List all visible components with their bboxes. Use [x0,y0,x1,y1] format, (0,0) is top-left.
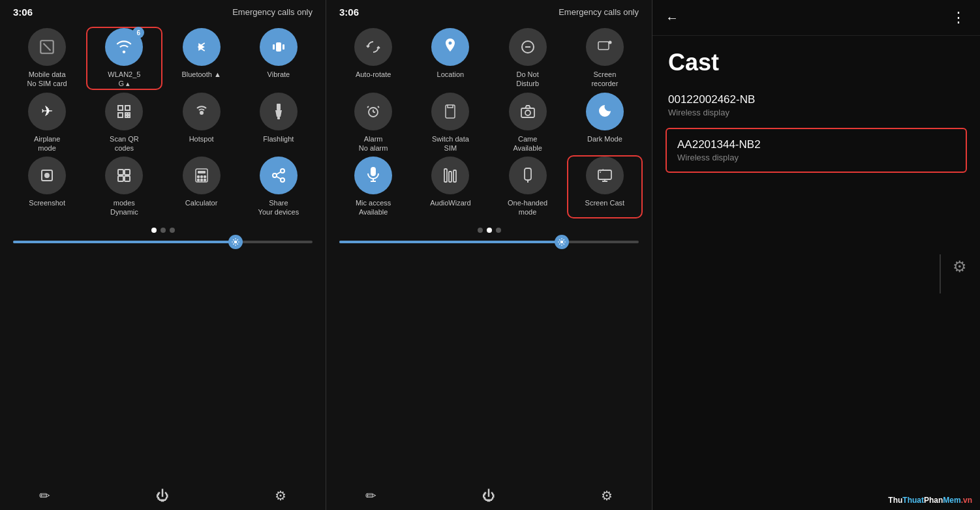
share-icon [260,157,298,194]
quick-item-audiowizard[interactable]: AudioWizard [414,157,487,217]
dot-2-3 [496,228,501,233]
quick-item-onehanded[interactable]: One-handed mode [491,157,564,217]
cast-device-type-2: Wireless display [677,153,955,162]
calculator-label: Calculator [185,198,218,207]
quick-item-screenrecorder[interactable]: Screen recorder [568,28,641,89]
mic-icon [354,157,392,194]
quick-item-flashlight[interactable]: Flashlight [242,93,315,153]
brightness-track-2[interactable] [339,241,639,243]
panel-1: 3:06 Emergency calls only Mobile data No… [0,0,326,510]
screenrecorder-label: Screen recorder [591,70,618,89]
svg-point-26 [204,176,206,178]
quick-item-location[interactable]: Location [414,28,487,89]
brightness-bar-2[interactable] [326,237,652,247]
cast-device-name-1: 00122002462-NB [668,93,964,106]
watermark-phan: Phan [924,496,943,505]
watermark: ThuThuatPhanMem.vn [888,496,972,505]
svg-rect-7 [118,113,123,117]
dot-2-1 [478,228,483,233]
flashlight-label: Flashlight [263,134,294,143]
quick-item-darkmode[interactable]: Dark Mode [568,93,641,153]
cast-settings-icon[interactable]: ⚙ [953,258,967,276]
quick-item-autorotate[interactable]: Auto-rotate [337,28,410,89]
status-bar-1: 3:06 Emergency calls only [0,0,326,22]
screenrecorder-icon [586,28,624,66]
airplane-label: Airplane mode [34,134,60,153]
wifi-icon: 6 [105,28,143,66]
more-button[interactable]: ⋮ [951,9,967,26]
page-dots-1 [0,224,326,237]
svg-rect-19 [125,170,130,175]
svg-point-55 [560,240,564,243]
edit-icon-2[interactable]: ✏ [365,488,376,503]
quick-item-mic[interactable]: Mic access Available [337,157,410,217]
quick-item-screenshot[interactable]: Screenshot [10,157,84,217]
svg-rect-43 [446,105,455,118]
emergency-text-2: Emergency calls only [559,7,639,17]
quick-item-vibrate[interactable]: Vibrate [242,28,315,89]
bottom-bar-2: ✏ ⏻ ⚙ [326,481,652,510]
dnd-label: Do Not Disturb [516,70,539,89]
page-dots-2 [326,224,652,237]
svg-rect-11 [128,115,130,117]
cast-device-1[interactable]: 00122002462-NB Wireless display [652,83,980,128]
quick-item-dnd[interactable]: Do Not Disturb [491,28,564,89]
svg-point-35 [234,240,237,243]
svg-point-39 [608,41,611,44]
quick-item-mobile-data[interactable]: Mobile data No SIM card [10,28,84,89]
quick-item-bluetooth[interactable]: Bluetooth ▲ [165,28,238,89]
camera-icon [509,93,547,130]
svg-point-45 [525,110,530,115]
power-icon-1[interactable]: ⏻ [156,488,169,503]
quick-item-switchsim[interactable]: Switch data SIM [414,93,487,153]
quick-grid-2: Auto-rotate Location Do Not Disturb Scre… [326,22,652,224]
svg-rect-21 [125,176,130,181]
svg-rect-10 [125,115,127,117]
quick-item-screencast[interactable]: Screen Cast [568,157,641,217]
svg-marker-14 [275,110,282,117]
dynamic-label: modes Dynamic [110,198,138,217]
quick-item-airplane[interactable]: ✈ Airplane mode [10,93,84,153]
bottom-bar-1: ✏ ⏻ ⚙ [0,481,326,510]
settings-icon-2[interactable]: ⚙ [601,488,613,503]
autorotate-icon [354,28,392,66]
quick-item-dynamic[interactable]: modes Dynamic [87,157,161,217]
svg-rect-18 [118,170,123,175]
svg-point-28 [200,179,202,181]
wifi-label: WLAN2_5 G ▴ [108,70,140,89]
calculator-icon [183,157,221,194]
cast-device-type-1: Wireless display [668,108,964,117]
cast-device-name-2: AA2201344-NB2 [677,138,955,151]
quick-item-hotspot[interactable]: Hotspot [165,93,238,153]
quick-item-calculator[interactable]: Calculator [165,157,238,217]
brightness-thumb-2 [555,235,569,249]
quick-item-camera[interactable]: Came Available [491,93,564,153]
dot-1-1 [151,228,157,233]
cast-panel: ← ⋮ Cast 00122002462-NB Wireless display… [652,0,980,510]
svg-point-32 [281,178,284,182]
edit-icon-1[interactable]: ✏ [39,488,50,503]
audiowizard-icon [431,157,469,194]
brightness-bar-1[interactable] [0,237,326,247]
camera-label: Came Available [513,134,542,153]
quick-item-share[interactable]: Share Your devices [242,157,315,217]
darkmode-label: Dark Mode [587,134,622,143]
airplane-icon: ✈ [28,93,66,130]
svg-rect-50 [449,172,452,182]
darkmode-icon [586,93,624,130]
quick-item-wifi[interactable]: 6 WLAN2_5 G ▴ [87,28,161,89]
brightness-track-1[interactable] [13,241,313,243]
cast-device-2[interactable]: AA2201344-NB2 Wireless display [666,128,967,173]
emergency-text-1: Emergency calls only [232,7,313,17]
settings-icon-1[interactable]: ⚙ [275,488,286,503]
quick-item-alarm[interactable]: Alarm No alarm [337,93,410,153]
power-icon-2[interactable]: ⏻ [482,488,495,503]
dot-1-3 [170,228,175,233]
dot-2-2 [487,228,492,233]
brightness-thumb-1 [228,235,243,249]
svg-point-31 [273,173,277,177]
cast-title: Cast [652,36,980,83]
back-button[interactable]: ← [666,10,679,25]
quick-item-qr[interactable]: Scan QR codes [87,93,161,153]
mobile-data-icon [28,28,66,66]
